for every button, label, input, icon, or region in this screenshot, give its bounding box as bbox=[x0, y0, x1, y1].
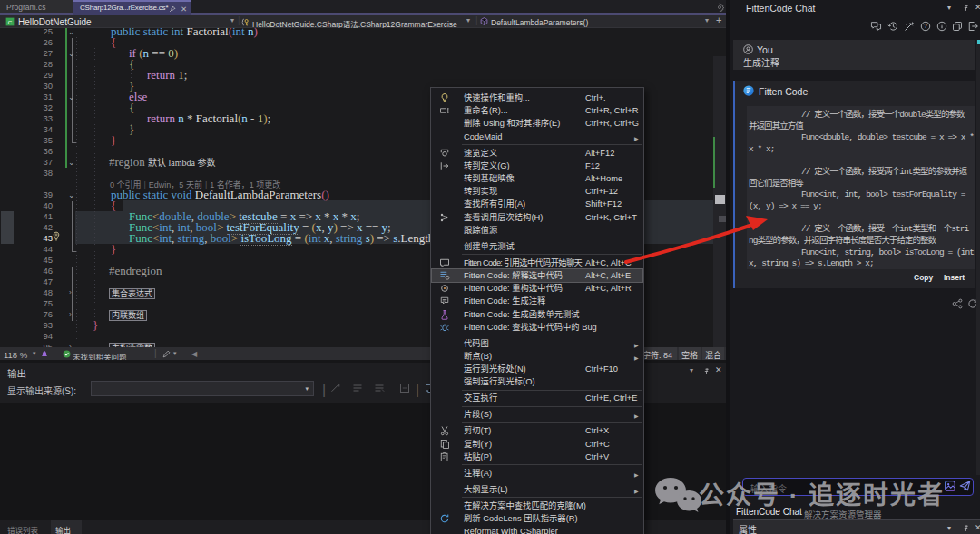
svg-text:?: ? bbox=[924, 23, 927, 29]
svg-text:C: C bbox=[8, 19, 13, 25]
